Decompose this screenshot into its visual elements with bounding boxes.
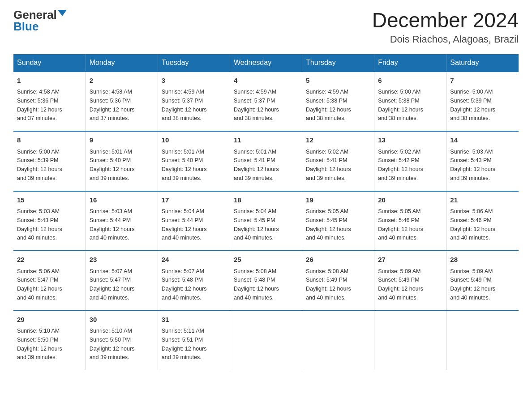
day-info: Sunrise: 5:10 AMSunset: 5:50 PMDaylight:… bbox=[17, 328, 62, 360]
logo: General Blue bbox=[13, 9, 67, 32]
calendar-cell bbox=[374, 311, 446, 370]
day-info: Sunrise: 4:59 AMSunset: 5:37 PMDaylight:… bbox=[234, 89, 279, 121]
day-number: 12 bbox=[306, 135, 370, 146]
day-info: Sunrise: 5:07 AMSunset: 5:47 PMDaylight:… bbox=[90, 268, 135, 301]
day-number: 5 bbox=[306, 76, 370, 86]
day-info: Sunrise: 5:04 AMSunset: 5:45 PMDaylight:… bbox=[234, 208, 279, 241]
day-number: 22 bbox=[17, 255, 82, 265]
page-title: December 2024 bbox=[372, 9, 519, 32]
calendar-week-row: 1 Sunrise: 4:58 AMSunset: 5:36 PMDayligh… bbox=[13, 72, 519, 132]
calendar-week-row: 8 Sunrise: 5:00 AMSunset: 5:39 PMDayligh… bbox=[13, 131, 519, 191]
column-header-tuesday: Tuesday bbox=[158, 54, 230, 72]
calendar-cell: 27 Sunrise: 5:09 AMSunset: 5:49 PMDaylig… bbox=[374, 251, 446, 311]
calendar-table: SundayMondayTuesdayWednesdayThursdayFrid… bbox=[13, 54, 519, 370]
day-number: 20 bbox=[378, 195, 442, 206]
calendar-cell: 12 Sunrise: 5:02 AMSunset: 5:41 PMDaylig… bbox=[302, 131, 374, 191]
calendar-cell: 17 Sunrise: 5:04 AMSunset: 5:44 PMDaylig… bbox=[158, 191, 230, 251]
day-info: Sunrise: 5:08 AMSunset: 5:49 PMDaylight:… bbox=[306, 268, 351, 301]
calendar-cell: 31 Sunrise: 5:11 AMSunset: 5:51 PMDaylig… bbox=[158, 311, 230, 370]
calendar-cell: 30 Sunrise: 5:10 AMSunset: 5:50 PMDaylig… bbox=[86, 311, 158, 370]
logo-general: General bbox=[13, 9, 57, 21]
page-subtitle: Dois Riachos, Alagoas, Brazil bbox=[372, 34, 519, 45]
day-number: 2 bbox=[90, 76, 154, 86]
day-info: Sunrise: 5:01 AMSunset: 5:40 PMDaylight:… bbox=[162, 149, 207, 181]
calendar-cell: 29 Sunrise: 5:10 AMSunset: 5:50 PMDaylig… bbox=[13, 311, 86, 370]
day-number: 17 bbox=[162, 195, 226, 206]
day-info: Sunrise: 4:59 AMSunset: 5:38 PMDaylight:… bbox=[306, 89, 351, 121]
day-number: 15 bbox=[17, 195, 82, 206]
calendar-cell bbox=[302, 311, 374, 370]
day-number: 29 bbox=[17, 315, 82, 325]
day-info: Sunrise: 5:04 AMSunset: 5:44 PMDaylight:… bbox=[162, 208, 207, 241]
calendar-cell: 7 Sunrise: 5:00 AMSunset: 5:39 PMDayligh… bbox=[446, 72, 519, 132]
day-number: 13 bbox=[378, 135, 442, 146]
day-number: 19 bbox=[306, 195, 370, 206]
day-number: 31 bbox=[162, 315, 226, 325]
column-header-sunday: Sunday bbox=[13, 54, 86, 72]
day-info: Sunrise: 5:01 AMSunset: 5:41 PMDaylight:… bbox=[234, 149, 279, 181]
calendar-cell: 13 Sunrise: 5:02 AMSunset: 5:42 PMDaylig… bbox=[374, 131, 446, 191]
day-number: 25 bbox=[234, 255, 298, 265]
calendar-week-row: 22 Sunrise: 5:06 AMSunset: 5:47 PMDaylig… bbox=[13, 251, 519, 311]
day-number: 24 bbox=[162, 255, 226, 265]
day-info: Sunrise: 5:00 AMSunset: 5:39 PMDaylight:… bbox=[450, 89, 495, 121]
day-info: Sunrise: 5:03 AMSunset: 5:43 PMDaylight:… bbox=[450, 149, 495, 181]
day-number: 23 bbox=[90, 255, 154, 265]
day-number: 6 bbox=[378, 76, 442, 86]
day-number: 16 bbox=[90, 195, 154, 206]
column-header-thursday: Thursday bbox=[302, 54, 374, 72]
day-info: Sunrise: 5:11 AMSunset: 5:51 PMDaylight:… bbox=[162, 328, 207, 360]
day-info: Sunrise: 5:05 AMSunset: 5:46 PMDaylight:… bbox=[378, 208, 423, 241]
calendar-week-row: 15 Sunrise: 5:03 AMSunset: 5:43 PMDaylig… bbox=[13, 191, 519, 251]
calendar-cell: 19 Sunrise: 5:05 AMSunset: 5:45 PMDaylig… bbox=[302, 191, 374, 251]
day-number: 4 bbox=[234, 76, 298, 86]
day-info: Sunrise: 4:58 AMSunset: 5:36 PMDaylight:… bbox=[17, 89, 62, 121]
day-number: 8 bbox=[17, 135, 82, 146]
day-info: Sunrise: 5:03 AMSunset: 5:44 PMDaylight:… bbox=[90, 208, 135, 241]
day-info: Sunrise: 5:08 AMSunset: 5:48 PMDaylight:… bbox=[234, 268, 279, 301]
calendar-cell: 24 Sunrise: 5:07 AMSunset: 5:48 PMDaylig… bbox=[158, 251, 230, 311]
day-number: 28 bbox=[450, 255, 515, 265]
day-info: Sunrise: 5:00 AMSunset: 5:38 PMDaylight:… bbox=[378, 89, 423, 121]
day-number: 7 bbox=[450, 76, 515, 86]
calendar-header-row: SundayMondayTuesdayWednesdayThursdayFrid… bbox=[13, 54, 519, 72]
calendar-cell: 28 Sunrise: 5:09 AMSunset: 5:49 PMDaylig… bbox=[446, 251, 519, 311]
logo-blue: Blue bbox=[13, 21, 39, 32]
calendar-cell: 6 Sunrise: 5:00 AMSunset: 5:38 PMDayligh… bbox=[374, 72, 446, 132]
calendar-cell: 10 Sunrise: 5:01 AMSunset: 5:40 PMDaylig… bbox=[158, 131, 230, 191]
day-info: Sunrise: 5:05 AMSunset: 5:45 PMDaylight:… bbox=[306, 208, 351, 241]
day-number: 10 bbox=[162, 135, 226, 146]
calendar-cell: 9 Sunrise: 5:01 AMSunset: 5:40 PMDayligh… bbox=[86, 131, 158, 191]
day-info: Sunrise: 5:07 AMSunset: 5:48 PMDaylight:… bbox=[162, 268, 207, 301]
calendar-cell: 18 Sunrise: 5:04 AMSunset: 5:45 PMDaylig… bbox=[230, 191, 302, 251]
calendar-cell: 21 Sunrise: 5:06 AMSunset: 5:46 PMDaylig… bbox=[446, 191, 519, 251]
calendar-cell: 14 Sunrise: 5:03 AMSunset: 5:43 PMDaylig… bbox=[446, 131, 519, 191]
column-header-friday: Friday bbox=[374, 54, 446, 72]
day-info: Sunrise: 5:10 AMSunset: 5:50 PMDaylight:… bbox=[90, 328, 135, 360]
day-info: Sunrise: 5:02 AMSunset: 5:41 PMDaylight:… bbox=[306, 149, 351, 181]
day-number: 3 bbox=[162, 76, 226, 86]
day-number: 30 bbox=[90, 315, 154, 325]
day-number: 1 bbox=[17, 76, 82, 86]
calendar-cell: 15 Sunrise: 5:03 AMSunset: 5:43 PMDaylig… bbox=[13, 191, 86, 251]
day-info: Sunrise: 5:00 AMSunset: 5:39 PMDaylight:… bbox=[17, 149, 62, 181]
calendar-cell: 11 Sunrise: 5:01 AMSunset: 5:41 PMDaylig… bbox=[230, 131, 302, 191]
calendar-cell: 2 Sunrise: 4:58 AMSunset: 5:36 PMDayligh… bbox=[86, 72, 158, 132]
calendar-cell bbox=[230, 311, 302, 370]
calendar-cell: 25 Sunrise: 5:08 AMSunset: 5:48 PMDaylig… bbox=[230, 251, 302, 311]
column-header-monday: Monday bbox=[86, 54, 158, 72]
page-header: General Blue December 2024 Dois Riachos,… bbox=[13, 9, 519, 45]
calendar-week-row: 29 Sunrise: 5:10 AMSunset: 5:50 PMDaylig… bbox=[13, 311, 519, 370]
calendar-cell: 16 Sunrise: 5:03 AMSunset: 5:44 PMDaylig… bbox=[86, 191, 158, 251]
day-info: Sunrise: 5:06 AMSunset: 5:46 PMDaylight:… bbox=[450, 208, 495, 241]
calendar-cell: 22 Sunrise: 5:06 AMSunset: 5:47 PMDaylig… bbox=[13, 251, 86, 311]
column-header-saturday: Saturday bbox=[446, 54, 519, 72]
day-number: 18 bbox=[234, 195, 298, 206]
calendar-cell: 1 Sunrise: 4:58 AMSunset: 5:36 PMDayligh… bbox=[13, 72, 86, 132]
day-number: 11 bbox=[234, 135, 298, 146]
day-info: Sunrise: 5:09 AMSunset: 5:49 PMDaylight:… bbox=[378, 268, 423, 301]
day-number: 27 bbox=[378, 255, 442, 265]
day-info: Sunrise: 4:59 AMSunset: 5:37 PMDaylight:… bbox=[162, 89, 207, 121]
calendar-cell bbox=[446, 311, 519, 370]
day-info: Sunrise: 4:58 AMSunset: 5:36 PMDaylight:… bbox=[90, 89, 135, 121]
